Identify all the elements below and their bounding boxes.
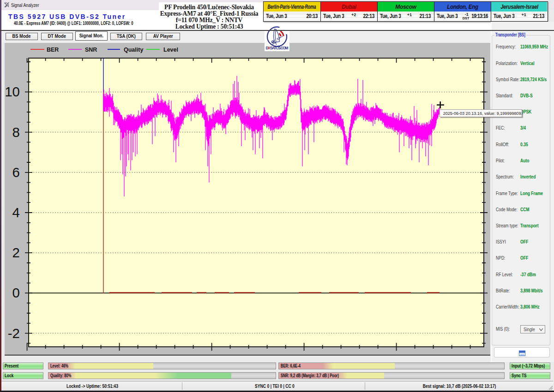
svg-text:SNR: SNR [85,47,97,53]
svg-text:0: 0 [12,285,20,300]
svg-text:10: 10 [5,84,20,99]
svg-text:DXSATCS.COM: DXSATCS.COM [266,46,289,50]
svg-text:BER: BER [47,47,59,53]
svg-text:8: 8 [12,125,20,140]
svg-text:-2: -2 [8,326,20,341]
svg-text:6: 6 [12,165,20,180]
svg-text:2: 2 [12,245,20,260]
svg-text:4: 4 [12,205,20,220]
svg-text:Level: Level [163,47,178,53]
svg-text:Quality: Quality [124,47,143,53]
